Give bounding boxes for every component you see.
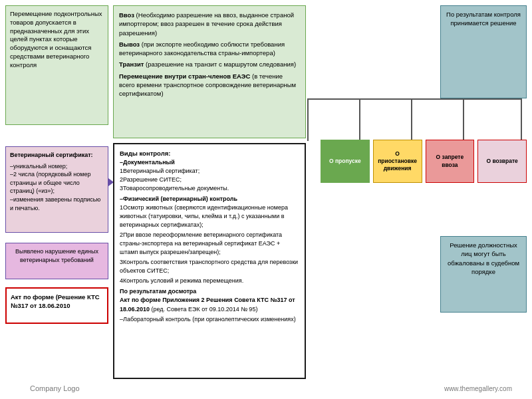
- phys-title: –Физический (ветеринарный) контроль: [120, 195, 299, 203]
- перемещение-item: Перемещение внутри стран-членов ЕАЭС (в …: [119, 72, 300, 98]
- decision-label-1: О пропуске: [329, 158, 361, 165]
- транзит-item: Транзит (разрешение на транзит с маршрут…: [119, 60, 300, 68]
- control-types-title: Виды контроля:: [120, 149, 299, 158]
- horiz-connector-top: [307, 98, 522, 100]
- decision-box-propusk: О пропуске: [321, 140, 370, 183]
- vet-cert-item-3: –изменения заверены подписью и печатью.: [10, 196, 104, 212]
- doc-title: –Документальный: [120, 158, 299, 167]
- right-top-text: По результатам контроля принимается реше…: [446, 11, 521, 27]
- decision-label-4: О возврате: [486, 158, 517, 165]
- vert-connector-3: [411, 98, 412, 141]
- vert-connector-5: [521, 98, 522, 141]
- vert-connector-2: [359, 98, 360, 141]
- ввоз-item: Ввоз (Необходимо разрешение на ввоз, выд…: [119, 11, 300, 37]
- result-text: Акт по форме Приложения 2 Решения Совета…: [120, 296, 299, 313]
- violation-text: Выявлено нарушение единых ветеринарных т…: [15, 248, 98, 263]
- vet-cert-box: Ветеринарный сертификат: –уникальный ном…: [5, 146, 108, 233]
- right-bottom-box: Решение должностных лиц могут быть обжал…: [440, 236, 527, 313]
- violation-box: Выявлено нарушение единых ветеринарных т…: [5, 243, 108, 279]
- vert-connector-1: [307, 98, 309, 141]
- phys-item-1: 1Осмотр животных (сверяются идентификаци…: [120, 203, 299, 229]
- decision-box-zapret: О запрете ввоза: [426, 140, 475, 183]
- act-text: Акт по форме (Решение КТС №317 от 18.06.…: [11, 293, 100, 309]
- result-title: По результатам досмотра: [120, 287, 299, 296]
- decision-label-2: О приостановке движения: [376, 150, 420, 172]
- main-container: Перемещение подконтрольных товаров допус…: [0, 0, 532, 399]
- decision-box-vozvrat: О возврате: [477, 140, 527, 183]
- act-box: Акт по форме (Решение КТС №317 от 18.06.…: [5, 287, 108, 324]
- company-logo: Company Logo: [30, 384, 80, 392]
- phys-item-4: 4Контроль условий и режима перемещения.: [120, 277, 299, 285]
- vet-cert-title: Ветеринарный сертификат:: [10, 151, 104, 160]
- top-center-box: Ввоз (Необходимо разрешение на ввоз, выд…: [113, 5, 306, 138]
- vert-connector-4: [463, 98, 464, 141]
- vet-cert-item-1: –уникальный номер;: [10, 162, 104, 171]
- website-link: www.themegallery.com: [444, 385, 512, 392]
- doc-item-2: 2Разрешение СИТЕС;: [120, 176, 299, 184]
- top-left-text: Перемещение подконтрольных товаров допус…: [10, 10, 102, 68]
- phys-item-3: 3Контроль соответствия транспортного сре…: [120, 258, 299, 275]
- vet-cert-item-2: –2 числа (порядковый номер страницы и об…: [10, 170, 104, 196]
- top-left-box: Перемещение подконтрольных товаров допус…: [5, 5, 108, 125]
- control-box: Виды контроля: –Документальный 1Ветерина…: [113, 143, 306, 379]
- right-top-box: По результатам контроля принимается реше…: [440, 5, 527, 98]
- phys-item-2: 2При ввозе переоформление ветеринарного …: [120, 231, 299, 257]
- right-bottom-text: Решение должностных лиц могут быть обжал…: [448, 241, 519, 275]
- doc-item-1: 1Ветеринарный сертификат;: [120, 167, 299, 176]
- вывоз-item: Вывоз (при экспорте необходимо соблюсти …: [119, 40, 300, 58]
- decision-label-3: О запрете ввоза: [428, 154, 472, 168]
- decision-box-priostanov: О приостановке движения: [373, 140, 422, 183]
- lab-text: –Лабораторный контроль (при органолептич…: [120, 315, 299, 324]
- decision-row: О пропуске О приостановке движения О зап…: [321, 140, 527, 183]
- doc-item-3: 3Товаросопроводительные документы.: [120, 184, 299, 193]
